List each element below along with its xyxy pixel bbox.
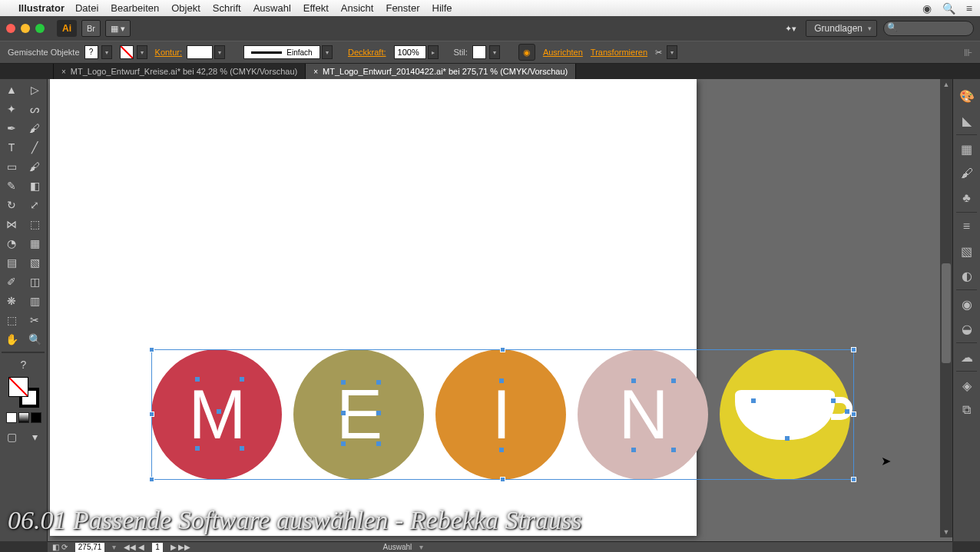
menu-list-icon[interactable]: ≡ <box>966 2 972 15</box>
direct-selection-tool[interactable]: ▷ <box>24 81 45 99</box>
circle-m[interactable]: M <box>151 349 282 480</box>
perspective-grid-tool[interactable]: ▦ <box>24 234 45 253</box>
artboard-nav-prev-icon[interactable]: ◀◀ ◀ <box>124 543 144 551</box>
layers-panel-icon[interactable]: ◈ <box>956 375 978 396</box>
graphic-style-dropdown[interactable]: ▾ <box>489 45 500 59</box>
pencil-tool[interactable]: ✎ <box>1 177 22 195</box>
workspace-switcher[interactable]: Grundlagen <box>806 20 877 37</box>
stroke-profile[interactable]: Einfach <box>243 45 320 59</box>
symbol-sprayer-tool[interactable]: ❋ <box>1 292 22 310</box>
color-mode-gradient[interactable] <box>18 412 29 423</box>
fill-question-swatch[interactable]: ? <box>84 45 98 59</box>
close-tab-icon[interactable]: × <box>61 68 66 76</box>
document-tab-2[interactable]: ×MT_Logo_Entwurf_20140422.ai* bei 275,71… <box>306 64 576 79</box>
zoom-tool[interactable]: 🔍 <box>24 330 45 349</box>
bridge-button[interactable]: Br <box>81 20 101 37</box>
rectangle-tool[interactable]: ▭ <box>1 157 22 176</box>
width-tool[interactable]: ⋈ <box>1 215 22 233</box>
vertical-scrollbar[interactable]: ▲ ▼ <box>940 79 952 537</box>
menu-auswahl[interactable]: Auswahl <box>253 2 291 14</box>
cloud-icon[interactable]: ◉ <box>922 2 932 15</box>
isolate-icon[interactable]: ✂ <box>655 48 662 58</box>
graphic-style-swatch[interactable] <box>472 45 486 59</box>
magic-wand-tool[interactable]: ✦ <box>1 100 22 118</box>
stroke-none-swatch[interactable] <box>120 45 134 59</box>
minimize-window-icon[interactable] <box>21 24 30 33</box>
cc-libraries-icon[interactable]: ☁ <box>956 346 978 368</box>
ausrichten-link[interactable]: Ausrichten <box>543 48 583 57</box>
transform-dropdown[interactable]: ▾ <box>667 45 677 59</box>
menu-bearbeiten[interactable]: Bearbeiten <box>111 2 159 14</box>
rotate-tool[interactable]: ↻ <box>1 196 22 214</box>
menu-effekt[interactable]: Effekt <box>303 2 329 14</box>
app-name[interactable]: Illustrator <box>18 2 65 14</box>
color-mode-solid[interactable] <box>6 412 17 423</box>
type-tool[interactable]: T <box>1 138 22 157</box>
graphic-styles-icon[interactable]: ◒ <box>956 318 978 339</box>
swatches-panel-icon[interactable]: ▦ <box>956 138 978 160</box>
stroke-panel-icon[interactable]: ≡ <box>956 216 978 237</box>
control-bar-collapse-icon[interactable]: ⊪ <box>964 47 972 58</box>
menu-objekt[interactable]: Objekt <box>171 2 200 14</box>
scale-tool[interactable]: ⤢ <box>24 196 45 214</box>
fill-stroke-indicator[interactable] <box>8 377 39 408</box>
gradient-tool[interactable]: ▧ <box>24 253 45 272</box>
line-segment-tool[interactable]: ╱ <box>24 138 45 157</box>
canvas[interactable]: M E I N <box>48 79 952 541</box>
artboard-nav-next-icon[interactable]: ▶ ▶▶ <box>171 543 191 551</box>
document-tab-1[interactable]: ×MT_Logo_Entwurf_Kreise.ai* bei 42,28 % … <box>54 64 306 79</box>
kontur-link[interactable]: Kontur: <box>155 48 182 57</box>
opacity-input[interactable] <box>394 45 426 59</box>
scroll-down-icon[interactable]: ▼ <box>940 527 952 537</box>
gradient-panel-icon[interactable]: ▧ <box>956 240 978 262</box>
opacity-dropdown[interactable]: ▸ <box>428 45 439 59</box>
screen-mode-normal[interactable]: ▢ <box>1 428 22 446</box>
fill-swatch[interactable] <box>8 377 28 397</box>
zoom-level[interactable]: 275,71 <box>75 543 105 552</box>
menu-hilfe[interactable]: Hilfe <box>432 2 452 14</box>
transparency-panel-icon[interactable]: ◐ <box>956 265 978 286</box>
circle-n[interactable]: N <box>578 349 708 480</box>
color-mode-none[interactable] <box>31 412 41 423</box>
search-field[interactable] <box>883 21 974 36</box>
window-controls[interactable] <box>6 24 45 33</box>
menu-fenster[interactable]: Fenster <box>386 2 419 14</box>
screen-mode-toggle[interactable]: ▾ <box>24 428 45 446</box>
zoom-window-icon[interactable] <box>35 24 45 33</box>
close-tab-icon[interactable]: × <box>313 68 318 76</box>
color-panel-icon[interactable]: 🎨 <box>956 85 978 107</box>
color-guide-icon[interactable]: ◣ <box>956 110 978 131</box>
menu-schrift[interactable]: Schrift <box>213 2 241 14</box>
selection-tool[interactable]: ▲ <box>1 81 22 99</box>
zoom-dropdown-icon[interactable]: ▾ <box>112 543 116 551</box>
status-selection-dropdown-icon[interactable]: ▾ <box>419 543 423 551</box>
free-transform-tool[interactable]: ⬚ <box>24 215 45 233</box>
stroke-weight-dropdown[interactable]: ▾ <box>214 45 225 59</box>
lasso-tool[interactable]: ᔕ <box>24 100 45 118</box>
deckkraft-link[interactable]: Deckkraft: <box>348 48 386 57</box>
mesh-tool[interactable]: ▤ <box>1 253 22 272</box>
help-tool[interactable]: ? <box>2 355 45 374</box>
blend-tool[interactable]: ◫ <box>24 273 45 291</box>
sync-settings-icon[interactable]: ✦▾ <box>780 20 801 37</box>
status-icons[interactable]: ◧ ⟳ <box>52 543 68 551</box>
eraser-tool[interactable]: ◧ <box>24 177 45 195</box>
menu-datei[interactable]: Datei <box>75 2 98 14</box>
arrange-documents-button[interactable]: ▦ ▾ <box>105 20 131 37</box>
artboard-number[interactable]: 1 <box>152 543 163 552</box>
symbols-panel-icon[interactable]: ♣ <box>956 187 978 209</box>
transformieren-link[interactable]: Transformieren <box>591 48 647 57</box>
circle-i[interactable]: I <box>435 349 566 480</box>
brushes-panel-icon[interactable]: 🖌 <box>956 163 978 184</box>
stroke-color-dropdown[interactable]: ▾ <box>137 45 147 59</box>
slice-tool[interactable]: ✂ <box>24 311 45 329</box>
close-window-icon[interactable] <box>6 24 15 33</box>
artboard-tool[interactable]: ⬚ <box>1 311 22 329</box>
appearance-panel-icon[interactable]: ◉ <box>956 293 978 315</box>
hand-tool[interactable]: ✋ <box>1 330 22 349</box>
eyedropper-tool[interactable]: ✐ <box>1 273 22 291</box>
circle-cup[interactable] <box>720 349 850 480</box>
pen-tool[interactable]: ✒ <box>1 119 22 137</box>
recolor-artwork-button[interactable]: ◉ <box>518 44 535 61</box>
column-graph-tool[interactable]: ▥ <box>24 292 45 310</box>
